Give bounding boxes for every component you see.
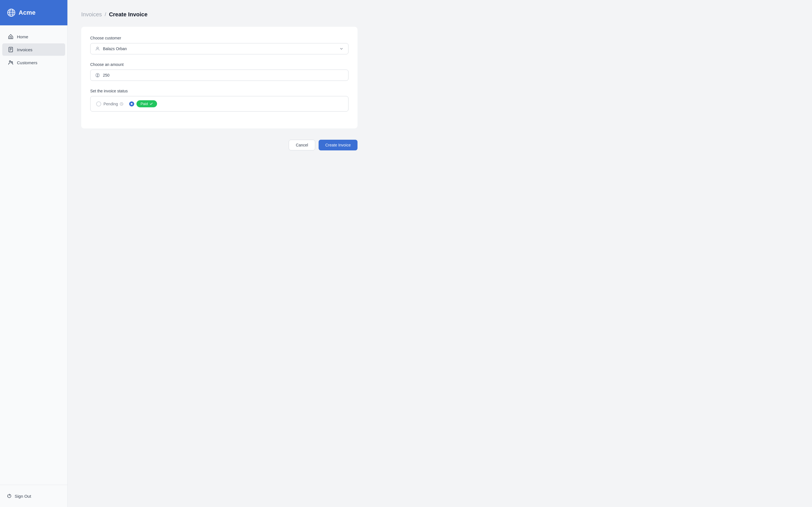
invoices-icon (8, 47, 13, 52)
amount-label: Choose an amount (90, 62, 349, 67)
customer-select-left: Balazs Orban (95, 46, 127, 51)
sidebar-nav: Home Invoices Customers (0, 25, 67, 485)
create-invoice-form: Choose customer Balazs Orban Choose an a… (81, 27, 357, 128)
pending-label: Pending (103, 102, 123, 106)
status-section: Set the invoice status Pending (90, 89, 349, 112)
create-invoice-button[interactable]: Create Invoice (319, 140, 357, 151)
power-icon (7, 494, 12, 499)
breadcrumb-separator: / (105, 11, 106, 17)
customer-value: Balazs Orban (103, 47, 127, 51)
app-name: Acme (18, 9, 36, 16)
sidebar-item-customers[interactable]: Customers (2, 56, 65, 69)
breadcrumb-parent[interactable]: Invoices (81, 11, 102, 18)
pending-radio[interactable] (96, 101, 101, 107)
amount-section: Choose an amount (90, 62, 349, 81)
status-label: Set the invoice status (90, 89, 349, 93)
paid-option[interactable]: Paid (129, 100, 157, 107)
clock-icon (119, 102, 123, 106)
sidebar-item-invoices[interactable]: Invoices (2, 43, 65, 56)
amount-input-wrap (90, 69, 349, 81)
pending-option[interactable]: Pending (96, 101, 123, 107)
user-icon (95, 46, 100, 51)
customer-dropdown[interactable]: Balazs Orban (90, 43, 349, 54)
svg-point-10 (11, 62, 13, 63)
logo-area: Acme (0, 0, 67, 25)
sidebar-footer: Sign Out (0, 485, 67, 507)
status-options: Pending Paid (90, 96, 349, 112)
main-content: Invoices / Create Invoice Choose custome… (68, 0, 812, 507)
sidebar-item-customers-label: Customers (17, 60, 38, 65)
breadcrumb: Invoices / Create Invoice (81, 11, 799, 18)
paid-radio[interactable] (129, 101, 134, 107)
cancel-button[interactable]: Cancel (289, 140, 315, 151)
customer-section: Choose customer Balazs Orban (90, 36, 349, 54)
svg-point-9 (9, 61, 11, 62)
home-icon (8, 34, 13, 40)
dollar-icon (95, 73, 100, 78)
svg-point-12 (97, 47, 98, 49)
customer-label: Choose customer (90, 36, 349, 40)
globe-icon (7, 8, 16, 17)
sidebar: Acme Home Invoices (0, 0, 68, 507)
customers-icon (8, 60, 13, 65)
paid-badge: Paid (137, 100, 157, 107)
signout-label: Sign Out (15, 494, 31, 499)
amount-input[interactable] (103, 73, 344, 77)
chevron-down-icon (339, 47, 344, 51)
sidebar-item-home-label: Home (17, 34, 28, 39)
form-actions: Cancel Create Invoice (81, 140, 357, 151)
signout-button[interactable]: Sign Out (3, 491, 64, 501)
check-icon (149, 102, 153, 106)
breadcrumb-current: Create Invoice (109, 11, 147, 18)
sidebar-item-home[interactable]: Home (2, 31, 65, 43)
sidebar-item-invoices-label: Invoices (17, 47, 33, 52)
